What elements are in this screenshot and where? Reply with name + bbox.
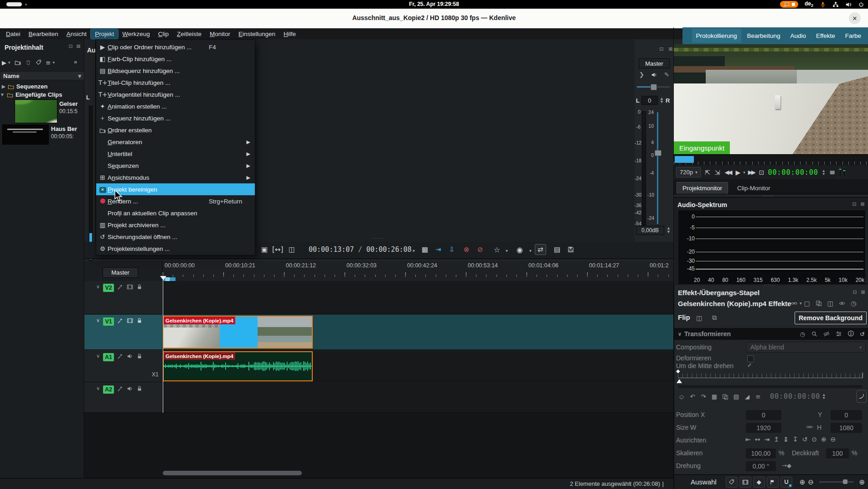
rotate-center-checkmark[interactable]: ✓: [747, 362, 752, 369]
menubar-item-bearbeiten[interactable]: Bearbeiten: [25, 29, 62, 39]
screencast-indicator[interactable]: [780, 1, 798, 8]
menu-item-sequenz-hinzufügen[interactable]: ＋Sequenz hinzufügen ...: [96, 112, 255, 124]
zoom-fit-icon[interactable]: ⊕: [859, 478, 865, 486]
clip-thumbnail[interactable]: [3, 125, 48, 144]
copy-icon[interactable]: [816, 300, 822, 307]
size-h-field[interactable]: 1080: [831, 423, 862, 433]
dock-splitter-handle[interactable]: ······: [372, 236, 384, 241]
ease-icon[interactable]: ◢: [742, 393, 753, 400]
system-clock[interactable]: Fr, 25. Apr 19:29:58: [0, 1, 868, 7]
transform-section-header[interactable]: ∨ Transformieren ◷ⓘ↺: [674, 328, 868, 340]
align-vcenter-icon[interactable]: ↨: [783, 436, 789, 443]
speaker-icon[interactable]: [651, 71, 657, 78]
close-panel-icon[interactable]: ⊠: [75, 43, 82, 49]
track-v2[interactable]: ∨ V2: [84, 281, 674, 314]
track-badge[interactable]: A1: [103, 353, 114, 361]
align-right-icon[interactable]: ⇥: [764, 436, 770, 443]
timer-icon[interactable]: ◷: [800, 330, 805, 338]
menubar-item-clip[interactable]: Clip: [154, 29, 173, 39]
lock-icon[interactable]: [136, 284, 143, 290]
copy-icon[interactable]: [720, 393, 731, 400]
split-audio-video-icon[interactable]: ◫: [289, 245, 295, 254]
clip-thumbnail[interactable]: [15, 100, 57, 123]
track-badge[interactable]: V1: [103, 317, 114, 326]
zone-in-icon[interactable]: ⇱: [705, 169, 710, 176]
close-panel-icon[interactable]: ⊠: [859, 201, 866, 207]
menu-item-ordner-erstellen[interactable]: Ordner erstellen: [96, 124, 255, 136]
window-close-button[interactable]: ✕: [849, 12, 861, 24]
stop-recording-icon[interactable]: [792, 3, 795, 6]
menu-item-sequenzen[interactable]: Sequenzen▶: [96, 160, 255, 172]
dropdown-arrow[interactable]: ▾: [506, 248, 508, 253]
power-icon[interactable]: [858, 1, 864, 8]
dropdown-arrow[interactable]: ▾: [743, 170, 745, 175]
spinner-arrows-icon[interactable]: ▲▼: [822, 393, 826, 400]
menubar-item-projekt[interactable]: Projekt: [91, 29, 118, 39]
lock-icon[interactable]: [136, 353, 143, 359]
compositing-dropdown[interactable]: Alpha blend ▾: [746, 342, 866, 353]
expanded-arrow-icon[interactable]: ▼: [0, 92, 5, 97]
menubar-item-monitor[interactable]: Monitor: [206, 29, 234, 39]
menu-item-projekt-archivieren[interactable]: ▥Projekt archivieren ...: [96, 219, 255, 231]
zoom-in-icon[interactable]: ⊕: [800, 478, 806, 486]
menu-item-ansichtsmodus[interactable]: ⊞Ansichtsmodus▶: [96, 172, 255, 183]
flip-effect-name[interactable]: Flip: [678, 313, 690, 321]
collapsed-arrow-icon[interactable]: ▶: [2, 84, 5, 89]
video-track-icon[interactable]: [127, 284, 133, 290]
timeline-playhead[interactable]: [163, 276, 163, 413]
flag-icon-button[interactable]: [767, 477, 779, 488]
timeline-audio-clip[interactable]: Gelsenkirchen (Kopie).mp4: [163, 351, 313, 381]
spinner-arrows-icon[interactable]: ▲▼: [666, 226, 671, 234]
dock-splitter-handle[interactable]: ······: [764, 282, 775, 287]
timer-icon[interactable]: ◷: [851, 300, 856, 307]
new-folder-icon[interactable]: [15, 59, 21, 66]
size-w-field[interactable]: 1920: [746, 423, 781, 433]
paste-icon[interactable]: ▤: [731, 393, 742, 400]
zoom-slider-handle[interactable]: [843, 479, 847, 484]
track-v1[interactable]: ∨ V1 Gelsenkirchen (Kopie).mp4: [84, 315, 674, 350]
track-badge[interactable]: A2: [103, 385, 114, 394]
favorite-effects-icon[interactable]: ☆: [494, 245, 500, 254]
delete-zone-icon[interactable]: ⊘: [477, 245, 483, 254]
dropdown-arrow[interactable]: ▾: [52, 60, 55, 65]
workspace-tab-effekte[interactable]: Effekte: [812, 29, 839, 43]
track-a2[interactable]: ∨ A2: [84, 383, 674, 413]
master-gain-slider-handle[interactable]: [655, 150, 661, 156]
record-icon[interactable]: ◉: [517, 245, 523, 254]
keyframe-curve-button[interactable]: [857, 390, 867, 403]
effects-wand-icon[interactable]: [117, 284, 124, 290]
volume-icon[interactable]: [845, 1, 852, 8]
keyframe-ruler-line[interactable]: [678, 378, 863, 378]
sort-arrow-icon[interactable]: ▾: [78, 73, 81, 79]
volume-slider-handle[interactable]: [651, 84, 657, 90]
flip-horizontal-icon[interactable]: ◫: [696, 314, 702, 322]
dropdown-arrow[interactable]: ▾: [800, 300, 802, 307]
spinner-arrows-icon[interactable]: ▲▼: [822, 169, 826, 176]
align-left-icon[interactable]: ⇤: [745, 436, 751, 443]
spinner-arrows-icon[interactable]: ▲▼: [660, 97, 664, 104]
lock-icon[interactable]: [136, 317, 143, 324]
timeline-ruler[interactable]: Master 00:00:00:0000:00:10:2100:00:21:12…: [84, 261, 674, 281]
align-hcenter-icon[interactable]: ↔: [755, 436, 760, 443]
view-options-icon[interactable]: ≡: [46, 59, 51, 66]
chevron-down-icon[interactable]: ∨: [96, 317, 100, 323]
workspace-tab-bearbeitung[interactable]: Bearbeitung: [743, 29, 785, 43]
effects-wand-icon[interactable]: [117, 353, 124, 359]
menubar-item-werkzeug[interactable]: Werkzeug: [118, 29, 154, 39]
eye-icon[interactable]: [839, 300, 845, 307]
workspace-tab-audio[interactable]: Audio: [786, 29, 810, 43]
bin-column-header[interactable]: Name ▾: [0, 71, 84, 80]
network-icon[interactable]: [832, 1, 839, 8]
workspace-tab-farbe[interactable]: Farbe: [841, 29, 865, 43]
master-gain-value[interactable]: 0,00dB: [636, 226, 664, 235]
keyframe-playhead-marker[interactable]: [677, 379, 682, 383]
monitor-menu-icon[interactable]: ≡: [829, 168, 835, 177]
link-icon[interactable]: [806, 424, 813, 430]
dropdown-arrow[interactable]: ▾: [529, 248, 532, 253]
edit-mode-icon[interactable]: ▣: [261, 245, 268, 254]
menu-item-bildsequenz-hinzufügen[interactable]: ▤Bildsequenz hinzufügen ...: [96, 65, 255, 77]
effects-wand-icon[interactable]: [117, 317, 124, 324]
effect-zone-toggle-icon[interactable]: ⇄: [535, 244, 546, 255]
menubar-item-ansicht[interactable]: Ansicht: [62, 29, 91, 39]
menu-item-profil-an-aktuellen-clip-anpassen[interactable]: Profil an aktuellen Clip anpassen: [96, 207, 255, 219]
